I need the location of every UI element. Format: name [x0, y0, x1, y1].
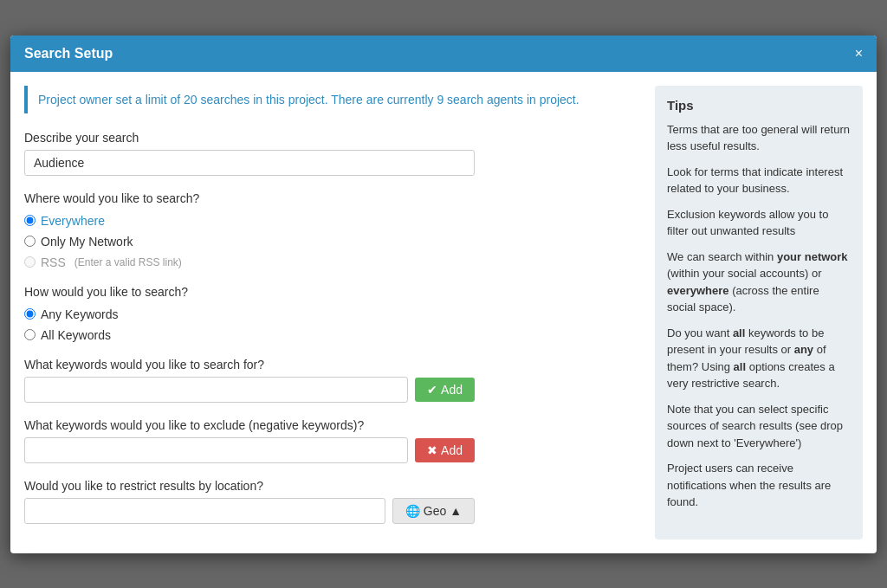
- tip-7: Project users can receive notifications …: [667, 460, 851, 511]
- how-group: How would you like to search? Any Keywor…: [24, 285, 641, 342]
- tip-6: Note that you can select specific source…: [667, 401, 851, 452]
- radio-any-keywords-label: Any Keywords: [41, 307, 118, 321]
- exclude-add-button[interactable]: ✖ Add: [415, 438, 475, 462]
- modal-header: Search Setup ×: [10, 36, 877, 72]
- checkmark-icon: ✔: [427, 383, 437, 397]
- tips-panel: Tips Terms that are too general will ret…: [655, 86, 863, 540]
- radio-everywhere-label: Everywhere: [41, 214, 105, 228]
- radio-any-keywords[interactable]: Any Keywords: [24, 307, 641, 321]
- describe-group: Describe your search: [24, 131, 641, 176]
- location-input-row: 🌐 Geo ▲: [24, 498, 475, 524]
- exclude-input[interactable]: [24, 437, 408, 463]
- modal-body: Project owner set a limit of 20 searches…: [10, 72, 877, 553]
- tip-1: Terms that are too general will return l…: [667, 121, 851, 155]
- exclude-group: What keywords would you like to exclude …: [24, 418, 641, 463]
- radio-everywhere-input[interactable]: [24, 215, 36, 226]
- where-radio-group: Everywhere Only My Network RSS (Enter a …: [24, 214, 641, 269]
- tip-3: Exclusion keywords allow you to filter o…: [667, 206, 851, 240]
- radio-rss-label: RSS: [41, 255, 66, 269]
- keywords-input-row: ✔ Add: [24, 377, 475, 403]
- radio-rss-input[interactable]: [24, 256, 36, 268]
- how-label: How would you like to search?: [24, 285, 641, 299]
- radio-any-keywords-input[interactable]: [24, 308, 36, 320]
- keywords-label: What keywords would you like to search f…: [24, 358, 641, 372]
- modal-title: Search Setup: [24, 46, 113, 61]
- main-content: Project owner set a limit of 20 searches…: [24, 86, 641, 540]
- keywords-group: What keywords would you like to search f…: [24, 358, 641, 403]
- where-group: Where would you like to search? Everywhe…: [24, 191, 641, 269]
- describe-label: Describe your search: [24, 131, 641, 145]
- radio-only-my-network-label: Only My Network: [41, 235, 133, 249]
- rss-hint: (Enter a valid RSS link): [74, 256, 182, 268]
- tip-5: Do you want all keywords to be present i…: [667, 325, 851, 392]
- exclude-input-row: ✖ Add: [24, 437, 475, 463]
- close-button[interactable]: ×: [855, 47, 863, 61]
- radio-rss[interactable]: RSS (Enter a valid RSS link): [24, 255, 641, 269]
- radio-all-keywords-label: All Keywords: [41, 328, 111, 342]
- radio-all-keywords-input[interactable]: [24, 329, 36, 340]
- search-setup-modal: Search Setup × Project owner set a limit…: [10, 36, 877, 553]
- globe-icon: 🌐: [405, 504, 420, 518]
- info-banner: Project owner set a limit of 20 searches…: [24, 86, 641, 113]
- tips-title: Tips: [667, 98, 851, 113]
- tip-2: Look for terms that indicate interest re…: [667, 164, 851, 197]
- keywords-add-button[interactable]: ✔ Add: [415, 378, 475, 402]
- radio-only-my-network[interactable]: Only My Network: [24, 235, 641, 249]
- x-icon: ✖: [427, 443, 437, 457]
- location-group: Would you like to restrict results by lo…: [24, 479, 641, 524]
- how-radio-group: Any Keywords All Keywords: [24, 307, 641, 342]
- where-label: Where would you like to search?: [24, 191, 641, 205]
- keywords-input[interactable]: [24, 377, 408, 403]
- exclude-add-label: Add: [441, 443, 463, 457]
- geo-button[interactable]: 🌐 Geo ▲: [392, 498, 475, 524]
- tip-4: We can search within your network (withi…: [667, 249, 851, 316]
- location-label: Would you like to restrict results by lo…: [24, 479, 641, 493]
- banner-text: Project owner set a limit of 20 searches…: [38, 93, 579, 107]
- describe-input[interactable]: [24, 150, 475, 176]
- keywords-add-label: Add: [441, 383, 463, 397]
- radio-everywhere[interactable]: Everywhere: [24, 214, 641, 228]
- geo-label: Geo ▲: [424, 504, 462, 518]
- radio-only-my-network-input[interactable]: [24, 236, 36, 247]
- exclude-label: What keywords would you like to exclude …: [24, 418, 641, 432]
- radio-all-keywords[interactable]: All Keywords: [24, 328, 641, 342]
- location-input[interactable]: [24, 498, 385, 524]
